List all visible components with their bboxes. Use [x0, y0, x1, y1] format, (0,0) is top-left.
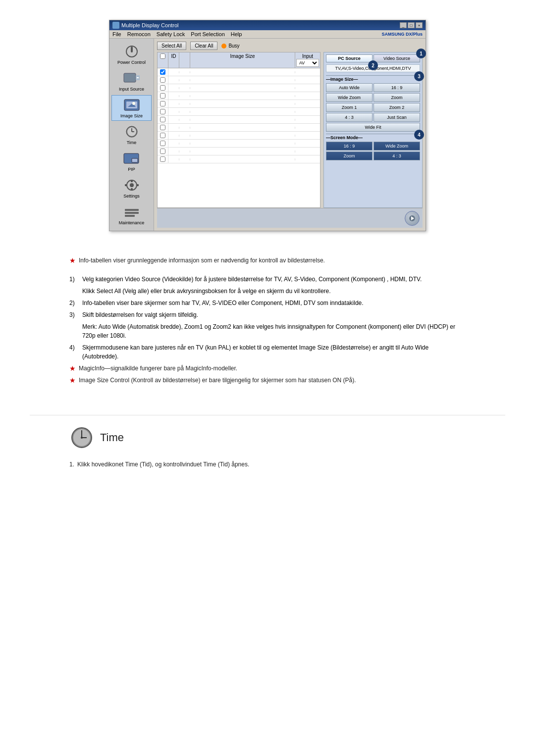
- tab-pc-source[interactable]: PC Source: [326, 54, 373, 62]
- page-container: Multiple Display Control _ □ × File Remo…: [0, 0, 535, 501]
- row-checkbox[interactable]: [160, 156, 165, 162]
- image-size-icon: [123, 98, 141, 112]
- row-checkbox[interactable]: [160, 93, 165, 99]
- select-all-button[interactable]: Select All: [157, 42, 186, 50]
- tab-video-source[interactable]: Video Source: [374, 54, 420, 62]
- svg-rect-23: [125, 215, 135, 217]
- svg-point-8: [132, 102, 135, 105]
- btn-zoom2[interactable]: Zoom 2: [374, 103, 420, 112]
- sidebar-item-input[interactable]: Input Source: [111, 68, 152, 94]
- title-bar-left: Multiple Display Control: [112, 22, 179, 29]
- btn-auto-wide[interactable]: Auto Wide: [326, 83, 373, 92]
- row-checkbox[interactable]: [160, 149, 165, 154]
- table-row: [158, 155, 320, 163]
- btn-just-scan[interactable]: Just Scan: [374, 113, 420, 122]
- samsung-brand: SAMSUNG DX/Plus: [381, 32, 423, 37]
- star-note-1: ★ Info-tabellen viser grunnleggende info…: [69, 256, 466, 265]
- th-icon: [179, 52, 190, 68]
- star-note-3-text: Image Size Control (Kontroll av bildestø…: [79, 376, 356, 385]
- item-3-subtext: Merk: Auto Wide (Automatisk bredde), Zoo…: [82, 322, 466, 340]
- sidebar-item-pip[interactable]: PIP: [111, 149, 152, 174]
- time-header: Time: [69, 425, 466, 450]
- sidebar-label-pip: PIP: [128, 167, 135, 172]
- sidebar-item-power[interactable]: Power Control: [111, 42, 152, 67]
- btn-screen-4-3[interactable]: 4 : 3: [374, 151, 420, 160]
- close-button[interactable]: ×: [416, 22, 423, 28]
- numbered-item-1: 1) Velg kategorien Video Source (Videoki…: [69, 275, 466, 284]
- svg-rect-14: [132, 158, 138, 162]
- sidebar-label-power: Power Control: [117, 60, 146, 65]
- input-select[interactable]: AV TV HDMI: [296, 59, 319, 67]
- row-checkbox[interactable]: [160, 85, 165, 91]
- menu-items: File Remocon Safety Lock Port Selection …: [112, 31, 242, 37]
- menu-safety-lock[interactable]: Safety Lock: [157, 31, 185, 37]
- busy-label: Busy: [228, 43, 239, 49]
- clear-all-button[interactable]: Clear All: [190, 42, 217, 50]
- svg-rect-4: [137, 77, 139, 78]
- num-label-4: 4): [69, 343, 79, 361]
- row-checkbox[interactable]: [160, 101, 165, 106]
- star-symbol-1: ★: [69, 256, 76, 265]
- star-notes-bottom: ★ MagicInfo—signalkilde fungerer bare på…: [69, 364, 466, 385]
- svg-rect-17: [131, 180, 133, 182]
- pip-icon: [123, 151, 141, 166]
- num-label-3: 3): [69, 310, 79, 319]
- btn-zoom[interactable]: Zoom: [374, 93, 420, 102]
- data-area: ID Image Size Input AV TV HDMI: [157, 52, 423, 208]
- svg-rect-19: [125, 184, 127, 186]
- time-desc-item-1: 1. Klikk hovedikonet Time (Tid), og kont…: [69, 460, 466, 469]
- row-checkbox[interactable]: [160, 133, 165, 138]
- row-checkbox[interactable]: [160, 109, 165, 114]
- minimize-button[interactable]: _: [400, 22, 407, 28]
- busy-indicator: Busy: [221, 43, 239, 49]
- btn-screen-16-9[interactable]: 16 : 9: [326, 142, 373, 151]
- btn-16-9[interactable]: 16 : 9: [374, 83, 420, 92]
- num-label-2: 2): [69, 299, 79, 307]
- data-table: ID Image Size Input AV TV HDMI: [157, 52, 321, 208]
- row-checkbox[interactable]: [160, 125, 165, 130]
- th-check: [158, 52, 168, 68]
- svg-point-16: [130, 183, 134, 187]
- round-button[interactable]: [405, 211, 420, 226]
- menu-remocon[interactable]: Remocon: [127, 31, 151, 37]
- app-window: Multiple Display Control _ □ × File Remo…: [109, 20, 426, 231]
- item-1-subtext: Klikk Select All (Velg alle) eller bruk …: [82, 287, 466, 296]
- numbered-item-2: 2) Info-tabellen viser bare skjermer som…: [69, 299, 466, 307]
- sidebar-item-maintenance[interactable]: Maintenance: [111, 202, 152, 228]
- row-checkbox[interactable]: [160, 117, 165, 122]
- menu-help[interactable]: Help: [231, 31, 242, 37]
- star-note-1-text: Info-tabellen viser grunnleggende inform…: [79, 256, 325, 265]
- item-2-text: Info-tabellen viser bare skjermer som ha…: [82, 299, 364, 307]
- btn-wide-fit[interactable]: Wide Fit: [326, 123, 420, 132]
- table-row: [158, 148, 320, 155]
- table-header: ID Image Size Input AV TV HDMI: [158, 52, 320, 68]
- bottom-bar: [157, 208, 423, 228]
- sidebar-item-time[interactable]: Time: [111, 122, 152, 148]
- star-symbol-3: ★: [69, 376, 76, 385]
- row-checkbox[interactable]: [160, 69, 165, 75]
- header-checkbox[interactable]: [160, 53, 165, 59]
- table-row: [158, 92, 320, 100]
- btn-4-3[interactable]: 4 : 3: [326, 113, 373, 122]
- power-icon: [123, 44, 141, 59]
- btn-screen-zoom[interactable]: Zoom: [326, 151, 373, 160]
- menu-file[interactable]: File: [112, 31, 121, 37]
- th-imagesize: Image Size: [190, 52, 295, 68]
- btn-screen-wide-zoom[interactable]: Wide Zoom: [374, 142, 420, 151]
- screen-mode-label: —Screen Mode—: [326, 134, 420, 140]
- star-note-2-text: MagicInfo—signalkilde fungerer bare på M…: [79, 364, 237, 373]
- sidebar-item-imagesize[interactable]: Image Size: [111, 95, 152, 121]
- row-checkbox[interactable]: [160, 141, 165, 146]
- maximize-button[interactable]: □: [408, 22, 415, 28]
- maintenance-icon: [123, 204, 141, 219]
- menu-port-selection[interactable]: Port Selection: [191, 31, 224, 37]
- title-bar-controls[interactable]: _ □ ×: [400, 22, 423, 28]
- row-checkbox[interactable]: [160, 77, 165, 83]
- sidebar-item-settings[interactable]: Settings: [111, 175, 152, 201]
- btn-wide-zoom[interactable]: Wide Zoom: [326, 93, 373, 102]
- table-row: [158, 132, 320, 140]
- time-section-desc: 1. Klikk hovedikonet Time (Tid), og kont…: [69, 460, 466, 469]
- item-1-text: Velg kategorien Video Source (Videokilde…: [82, 275, 422, 284]
- numbered-item-4: 4) Skjermmodusene kan bare justeres når …: [69, 343, 466, 361]
- btn-zoom1[interactable]: Zoom 1: [326, 103, 373, 112]
